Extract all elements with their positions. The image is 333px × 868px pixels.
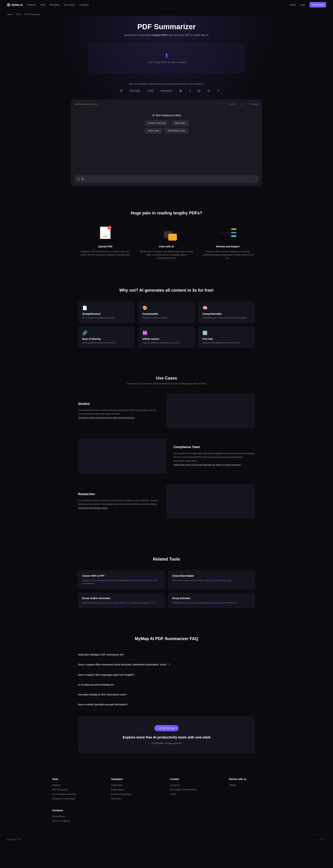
nav-templates[interactable]: Templates xyxy=(49,3,60,6)
faq-item[interactable]: Does it support office documents (word d… xyxy=(78,660,255,670)
footer-link[interactable]: Cancellation & Refund Policy xyxy=(170,788,222,791)
usecases-section: Use Cases Upvoted by our 1M users, boost… xyxy=(71,362,262,543)
footer-col-title: Contact xyxy=(170,778,222,780)
usecase-link[interactable]: Generate a mind map about the book 'Bloc… xyxy=(78,416,135,419)
cta-button[interactable]: ✨ Try For Free xyxy=(154,725,178,731)
usecase-link[interactable]: Outline main points in this legal materi… xyxy=(173,464,241,466)
feature-title: Free trial xyxy=(202,338,251,340)
twitter-icon[interactable]: 𝕏 xyxy=(316,838,318,841)
related-desc: Effortlessly enrich your essay through a… xyxy=(172,601,251,604)
crumb-tools[interactable]: Tools xyxy=(16,13,21,16)
related-section: Related Tools Conver PDF to PPTCovert PD… xyxy=(71,543,262,623)
usecases-title: Use Cases xyxy=(78,376,255,380)
footer-link[interactable]: Terms & Conditions xyxy=(52,820,104,822)
brand-icon: ◎ xyxy=(207,89,210,93)
upload-dropzone[interactable]: ⬆ Click or drag a PDF file here to uploa… xyxy=(89,43,244,72)
export-icon[interactable]: ⬇ xyxy=(240,103,242,105)
brand-google: Google xyxy=(130,89,140,93)
faq-question: How does MyMap AI PDF Summarizer work? xyxy=(78,693,127,696)
footer-link[interactable]: Twitter xyxy=(170,793,222,796)
crumb-home[interactable]: Home xyxy=(7,13,12,16)
related-title: Cheat Sheet Maker xyxy=(172,575,251,577)
nav-usecases[interactable]: Use Cases xyxy=(64,3,75,6)
usecases-sub: Upvoted by our 1M users, boost productiv… xyxy=(78,382,255,385)
chip-code[interactable]: Write Python Code xyxy=(164,128,189,134)
try-link[interactable]: Try MyMap xyxy=(249,103,259,105)
related-card[interactable]: Conver PDF to PPTCovert PDFs into polish… xyxy=(78,570,165,589)
logo-text: MyMap.AI xyxy=(11,3,23,6)
feature-title: Straightforward xyxy=(82,312,131,315)
redo-icon[interactable]: ↷ xyxy=(226,103,227,105)
attach-icon[interactable]: 📎 xyxy=(77,178,80,180)
feature-title: Infinite canvas xyxy=(142,338,191,340)
usecase-image xyxy=(166,484,255,519)
usecase: ResearcherFor researchers whose routine … xyxy=(78,484,255,519)
related-desc: Efficiently summarize any essay into out… xyxy=(82,601,161,604)
step-review: Review and Export Follow up with AI to k… xyxy=(201,224,255,260)
feature-desc: Easily publish and share with the world xyxy=(82,342,131,344)
discord-icon[interactable]: ◈ xyxy=(321,838,322,841)
feature-desc: Summary results are editable xyxy=(142,317,191,319)
related-card[interactable]: Essay ExtenderEffortlessly enrich your e… xyxy=(168,593,255,609)
footer-link[interactable]: Pitch Deck xyxy=(111,798,163,800)
step-desc: Drag your PDF file into the tool or uplo… xyxy=(78,250,132,256)
nav-tools[interactable]: Tools xyxy=(40,3,45,6)
logo[interactable]: MyMap.AI xyxy=(7,3,23,7)
nav-about[interactable]: About xyxy=(290,3,296,6)
chip-plan[interactable]: Draft a plan xyxy=(171,120,189,126)
faq-question: Is my data secured at MyMap.AI? xyxy=(78,683,114,686)
related-card[interactable]: Essay Outline GeneratorEfficiently summa… xyxy=(78,593,165,609)
undo-icon[interactable]: ↶ xyxy=(222,103,223,105)
faq-item[interactable]: What does MyMap's PDF Summarizer do?⌄ xyxy=(78,650,255,660)
nav-cta-button[interactable]: Try for free xyxy=(309,2,326,7)
app-preview: Wealth Evolution in Americ... ↶ ↷ 100% ⤴… xyxy=(71,99,262,186)
usecase-desc: For students who have to read quickly an… xyxy=(78,408,160,420)
faq-item[interactable]: How to extract specified accurate inform… xyxy=(78,700,255,710)
footer-link[interactable]: Kanban Board xyxy=(111,788,163,791)
zoom-level[interactable]: 100% xyxy=(230,103,235,105)
faq-item[interactable]: How does MyMap AI PDF Summarizer work?⌄ xyxy=(78,690,255,700)
hero: PDF Summarizer Save hours to summarize l… xyxy=(0,16,333,197)
step-upload: ✕ Upload PDF Drag your PDF file into the… xyxy=(78,224,132,260)
chevron-down-icon: ⌄ xyxy=(253,663,255,666)
footer-link[interactable]: Business Presentation xyxy=(111,793,163,796)
footer-link[interactable]: Contact Us xyxy=(170,784,222,786)
feature-icon: 🆓 xyxy=(202,331,251,335)
chevron-down-icon: ⌄ xyxy=(253,703,255,706)
preview-chat-input[interactable]: 📎 ⬉ ? xyxy=(74,175,259,183)
footer-col: CompanyPrivacy PolicyTerms & Conditions xyxy=(52,809,104,824)
nav-products[interactable]: Products xyxy=(27,3,36,6)
faq-item[interactable]: Does it support other languages apart fr… xyxy=(78,670,255,680)
footer-link[interactable]: Mindmap xyxy=(52,784,104,786)
brand-icon: ✦ xyxy=(217,89,220,93)
footer-link[interactable]: Comparison Chart Maker xyxy=(52,798,104,800)
faq-item[interactable]: Is my data secured at MyMap.AI?⌄ xyxy=(78,680,255,690)
nav-company[interactable]: Company xyxy=(79,3,89,6)
footer-col: ContactContact UsCancellation & Refund P… xyxy=(170,778,222,802)
nav-login[interactable]: Login xyxy=(300,3,305,6)
share-icon[interactable]: ⤴ xyxy=(237,103,238,105)
footer-link[interactable]: Cheat Sheet xyxy=(111,784,163,786)
footer-link[interactable]: Affiliate xyxy=(229,784,281,786)
brand-microsoft-icon: ⊞ xyxy=(120,89,123,93)
tiktok-icon[interactable]: ♪ xyxy=(325,838,326,841)
cta-title: Explore more free AI productivity tools … xyxy=(87,735,246,739)
svg-rect-5 xyxy=(231,232,236,233)
chip-blog[interactable]: Write a blog xyxy=(144,128,163,134)
footer-link[interactable]: PDF Summarizer xyxy=(52,788,104,791)
usecase-title: Student xyxy=(78,402,160,406)
more-icon[interactable]: ⋯ xyxy=(244,103,246,105)
help-icon[interactable]: ? xyxy=(254,182,255,185)
related-card[interactable]: Cheat Sheet MakerSave hours and get read… xyxy=(168,570,255,589)
usecase-image xyxy=(166,394,255,428)
pain-section: Huge pain in reading lengthy PDFs? ✕ Upl… xyxy=(71,197,262,274)
usecase-link[interactable]: Summarize this business report. xyxy=(78,507,108,509)
chip-mindmap[interactable]: Create a mind map xyxy=(144,120,169,126)
related-title: Related Tools xyxy=(78,557,255,562)
footer-link[interactable]: AI Presentation Generator xyxy=(52,793,104,796)
footer-link[interactable]: Privacy Policy xyxy=(52,815,104,818)
preview-prompt: ✨ Start mapping out ideas xyxy=(74,114,259,117)
upload-icon: ⬆ xyxy=(97,52,236,59)
crumb-current: PDF Summarizer xyxy=(24,13,40,16)
chevron-down-icon: ⌄ xyxy=(253,693,255,696)
